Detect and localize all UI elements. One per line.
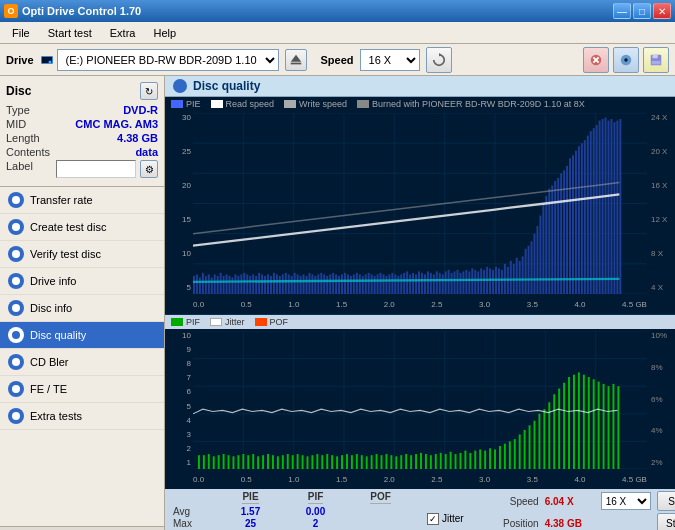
nav-icon-drive [8,273,24,289]
bot-legend: PIF Jitter POF [165,315,675,329]
disc-label-input[interactable] [56,160,136,178]
eject-button[interactable] [285,49,307,71]
disc-type-value: DVD-R [123,104,158,116]
svg-rect-172 [616,121,618,294]
disc-label-label: Label [6,160,33,178]
erase-button[interactable] [583,47,609,73]
svg-rect-210 [302,455,304,469]
chart-y-right: 24 X 20 X 16 X 12 X 8 X 4 X [647,111,675,294]
disc-label-row: Label ⚙ [6,160,158,178]
menu-file[interactable]: File [4,25,38,41]
label-icon-button[interactable]: ⚙ [140,160,158,178]
svg-rect-33 [205,276,207,294]
legend-read: Read speed [211,99,275,109]
nav-create-test-disc[interactable]: Create test disc [0,214,164,241]
svg-rect-110 [433,274,435,294]
svg-rect-111 [436,271,438,294]
drive-selector[interactable]: (E:) PIONEER BD-RW BDR-209D 1.10 [57,49,279,71]
nav-disc-info[interactable]: Disc info [0,295,164,322]
svg-rect-226 [381,455,383,469]
svg-rect-240 [450,452,452,469]
chart-x-axis-top: 0.0 0.5 1.0 1.5 2.0 2.5 3.0 3.5 4.0 4.5 … [193,294,647,314]
data-table-wrapper: Avg Max Total PIE 1.57 25 28223 PIF [165,489,675,530]
svg-rect-220 [351,455,353,469]
svg-rect-85 [359,274,361,294]
svg-rect-155 [566,166,568,294]
menu-extra[interactable]: Extra [102,25,144,41]
data-row-avg: Avg [173,506,208,517]
svg-rect-165 [596,125,598,294]
disc-info-button[interactable] [613,47,639,73]
svg-rect-95 [388,274,390,294]
svg-rect-170 [610,119,612,294]
svg-rect-157 [572,155,574,294]
svg-rect-230 [400,455,402,469]
svg-rect-67 [306,276,308,294]
svg-rect-169 [608,121,610,294]
menu-bar: File Start test Extra Help [0,22,675,44]
svg-rect-241 [455,454,457,469]
close-button[interactable]: ✕ [653,3,671,19]
legend-burned: Burned with PIONEER BD-RW BDR-209D 1.10 … [357,99,585,109]
svg-rect-209 [297,454,299,469]
speed-selector[interactable]: 16 X [360,49,420,71]
svg-rect-163 [590,131,592,294]
nav-extra-tests[interactable]: Extra tests [0,403,164,430]
svg-rect-104 [415,274,417,294]
svg-rect-127 [483,270,485,294]
svg-rect-267 [583,375,585,469]
svg-rect-122 [468,271,470,294]
svg-rect-74 [326,276,328,294]
drive-bar: Drive (E:) PIONEER BD-RW BDR-209D 1.10 S… [0,44,675,76]
nav-drive-info[interactable]: Drive info [0,268,164,295]
svg-rect-208 [292,455,294,469]
svg-rect-30 [196,274,198,294]
data-col-pif: PIF 0.00 2 316 [293,491,338,530]
minimize-button[interactable]: — [613,3,631,19]
speed-ctrl-select[interactable]: 16 X [601,492,651,510]
svg-rect-91 [377,274,379,294]
svg-rect-140 [522,256,524,294]
menu-start-test[interactable]: Start test [40,25,100,41]
svg-rect-234 [420,453,422,469]
window-controls[interactable]: — □ ✕ [613,3,671,19]
maximize-button[interactable]: □ [633,3,651,19]
nav-transfer-rate[interactable]: Transfer rate [0,187,164,214]
nav-verify-test-disc[interactable]: Verify test disc [0,241,164,268]
svg-rect-239 [445,454,447,469]
nav-icon-extra [8,408,24,424]
save-button[interactable] [643,47,669,73]
nav-cd-bler[interactable]: CD Bler [0,349,164,376]
svg-rect-50 [255,276,257,294]
refresh-button[interactable] [426,47,452,73]
svg-rect-255 [524,430,526,469]
svg-rect-52 [261,274,263,294]
menu-help[interactable]: Help [145,25,184,41]
svg-rect-253 [514,439,516,469]
start-part-button[interactable]: Start part [657,513,675,530]
svg-rect-256 [529,425,531,469]
svg-rect-71 [317,274,319,294]
svg-rect-92 [380,273,382,294]
disc-refresh-button[interactable]: ↻ [140,82,158,100]
legend-pif: PIF [171,317,200,327]
svg-rect-64 [297,274,299,294]
svg-rect-173 [619,119,621,294]
svg-rect-219 [346,454,348,469]
svg-rect-96 [391,273,393,294]
nav-disc-quality[interactable]: Disc quality [0,322,164,349]
legend-color-write [284,100,296,108]
nav-icon-create [8,219,24,235]
start-full-button[interactable]: Start full [657,491,675,511]
svg-rect-269 [593,379,595,469]
nav-fe-te[interactable]: FE / TE [0,376,164,403]
disc-length-label: Length [6,132,40,144]
svg-rect-158 [575,151,577,294]
disc-quality-header: Disc quality [165,76,675,97]
chart-y-left: 30 25 20 15 10 5 [165,111,193,294]
jitter-checkbox[interactable]: ✓ [427,513,439,525]
svg-rect-203 [267,454,269,469]
svg-rect-103 [412,273,414,294]
bottom-chart-svg [193,331,647,469]
disc-mid-label: MID [6,118,26,130]
